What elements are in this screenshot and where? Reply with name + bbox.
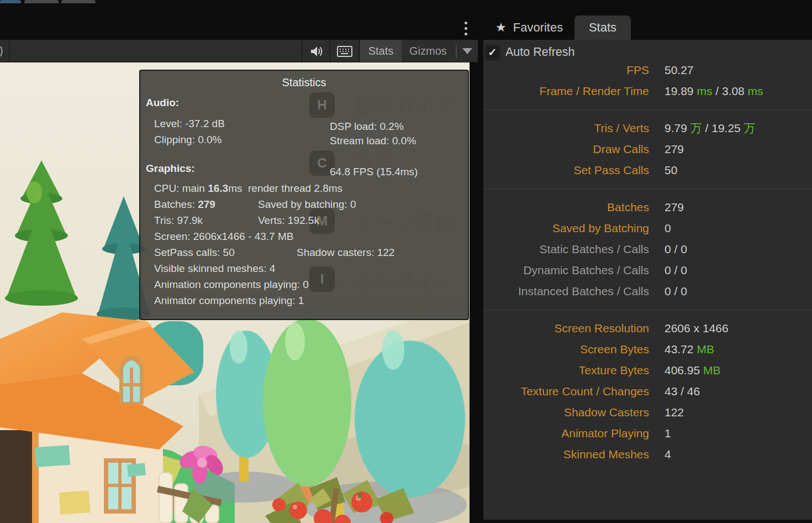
auto-refresh-label: Auto Refresh — [505, 45, 574, 59]
graphics-verts: Verts: 192.5k — [258, 215, 319, 227]
stat-row: Batches279 — [483, 197, 812, 218]
gizmos-dropdown[interactable]: Gizmos — [402, 40, 478, 62]
stat-row: Animator Playing1 — [483, 423, 812, 444]
stat-label: Batches — [483, 201, 649, 214]
section-divider — [483, 189, 812, 189]
game-viewport[interactable]: H操作ガイドC設定Mシーン選択Iインフォ Statistics Audio: L… — [0, 62, 470, 523]
graphics-saved-by-batching: Saved by batching: 0 — [258, 198, 356, 211]
cpu-prefix: CPU: main — [154, 182, 208, 194]
stat-label: Static Batches / Calls — [483, 243, 649, 256]
game-menu-label: 操作ガイド — [355, 94, 455, 119]
audio-level: Level: -37.2 dB — [154, 118, 225, 130]
graphics-cpu: CPU: main 16.3ms render thread 2.8ms — [154, 182, 342, 195]
stat-label: Tris / Verts — [483, 122, 649, 135]
stat-row: Texture Count / Changes43 / 46 — [483, 381, 812, 402]
stat-row: Skinned Meshes4 — [483, 444, 812, 465]
display-aspect-icon-partial[interactable]: ⟨⟩ — [0, 44, 7, 57]
stat-label: Draw Calls — [483, 143, 649, 156]
auto-refresh-row[interactable]: ✓ Auto Refresh — [485, 44, 574, 60]
star-icon: ★ — [495, 20, 507, 35]
stat-label: FPS — [483, 64, 649, 77]
window-tab-stub[interactable] — [24, 0, 59, 3]
window-tab-stub-active[interactable] — [0, 0, 21, 3]
stat-row: Dynamic Batches / Calls0 / 0 — [483, 260, 812, 281]
stat-row: Instanced Batches / Calls0 / 0 — [483, 281, 812, 302]
stat-value: 9.79 万 / 19.25 万 — [665, 121, 756, 136]
stat-row: Screen Bytes43.72 MB — [483, 339, 812, 360]
stat-value: 0 / 0 — [665, 264, 687, 277]
stat-value: 4 — [665, 448, 671, 461]
stats-window-tabbar: ★ Favorites Stats — [483, 15, 812, 40]
arch-window — [119, 355, 144, 404]
stat-row: Static Batches / Calls0 / 0 — [483, 239, 812, 260]
stat-label: Texture Count / Changes — [483, 385, 649, 398]
stat-value: 0 — [665, 222, 671, 235]
stat-value: 19.89 ms / 3.08 ms — [665, 85, 763, 98]
graphics-animator-playing: Animator components playing: 1 — [154, 295, 304, 307]
stats-toggle-button[interactable]: Stats — [360, 40, 402, 62]
stats-panel-body: ✓ Auto Refresh FPS50.27Frame / Render Ti… — [483, 40, 812, 520]
window-tab-stub[interactable] — [61, 0, 96, 3]
unity-editor-window: ⟨⟩ Stats Gizmos — [0, 0, 812, 523]
game-menu-label: シーン選択 — [355, 210, 455, 236]
stat-value: 0 / 0 — [665, 285, 687, 298]
graphics-setpass: SetPass calls: 50 — [154, 247, 235, 259]
stat-label: Shadow Casters — [483, 406, 649, 419]
cpu-main-ms: 16.3 — [208, 182, 228, 194]
graphics-fps: 64.8 FPS (15.4ms) — [330, 166, 418, 178]
stat-row: Draw Calls279 — [483, 139, 812, 160]
batches-count: 279 — [198, 198, 215, 210]
batches-prefix: Batches: — [154, 198, 198, 210]
stat-label: Set Pass Calls — [483, 164, 649, 177]
stat-row: Shadow Casters122 — [483, 402, 812, 423]
gizmos-separator — [456, 45, 457, 58]
audio-stream-load: Stream load: 0.0% — [330, 135, 416, 147]
stat-label: Saved by Batching — [483, 222, 649, 235]
toolbar-separator — [358, 40, 360, 62]
stat-row: Screen Resolution2606 x 1466 — [483, 318, 812, 339]
section-divider — [483, 310, 812, 310]
graphics-animation-playing: Animation components playing: 0 — [154, 279, 309, 291]
stat-label: Texture Bytes — [483, 364, 649, 377]
stat-label: Animator Playing — [483, 427, 649, 440]
stat-value: 0 / 0 — [665, 243, 687, 256]
stat-value: 122 — [665, 406, 684, 419]
graphics-shadow-casters: Shadow casters: 122 — [297, 247, 394, 259]
graphics-screen: Screen: 2606x1466 - 43.7 MB — [154, 231, 293, 243]
stat-row: Set Pass Calls50 — [483, 160, 812, 181]
stats-rows: FPS50.27Frame / Render Time19.89 ms / 3.… — [483, 60, 812, 465]
mute-audio-button[interactable] — [303, 40, 330, 62]
keyboard-shortcuts-button[interactable] — [331, 40, 358, 62]
tab-favorites-label: Favorites — [513, 20, 563, 35]
stat-label: Instanced Batches / Calls — [483, 285, 649, 298]
audio-speaker-icon — [309, 45, 324, 57]
graphics-heading: Graphics: — [146, 163, 195, 175]
gizmos-label: Gizmos — [402, 45, 456, 57]
stat-value: 50.27 — [665, 64, 694, 77]
stat-value: 279 — [665, 143, 684, 156]
stat-row: Tris / Verts9.79 万 / 19.25 万 — [483, 118, 812, 139]
tab-favorites[interactable]: ★ Favorites — [491, 15, 567, 40]
stat-label: Frame / Render Time — [483, 85, 649, 98]
game-menu-label: インフォ — [355, 268, 436, 294]
auto-refresh-checkbox[interactable]: ✓ — [485, 45, 500, 60]
tab-stats[interactable]: Stats — [574, 15, 631, 40]
toolbar-separator — [9, 40, 10, 62]
stat-row: Frame / Render Time19.89 ms / 3.08 ms — [483, 81, 812, 102]
stat-value: 43.72 MB — [665, 343, 714, 356]
keyboard-icon — [337, 46, 352, 57]
overlay-title: Statistics — [140, 76, 468, 89]
stat-label: Screen Bytes — [483, 343, 649, 356]
stat-value: 43 / 46 — [665, 385, 700, 398]
stat-value: 50 — [665, 164, 677, 177]
door — [0, 430, 33, 523]
stat-value: 2606 x 1466 — [665, 322, 729, 335]
stat-label: Skinned Meshes — [483, 448, 649, 461]
stat-row: Texture Bytes406.95 MB — [483, 360, 812, 381]
section-divider — [483, 109, 812, 110]
graphics-tris: Tris: 97.9k — [154, 215, 203, 227]
stats-window: ★ Favorites Stats ✓ Auto Refresh FPS50.2… — [483, 0, 812, 523]
pane-menu-kebab-icon[interactable] — [461, 17, 471, 40]
chevron-down-icon[interactable] — [462, 48, 472, 54]
stat-label: Dynamic Batches / Calls — [483, 264, 649, 277]
